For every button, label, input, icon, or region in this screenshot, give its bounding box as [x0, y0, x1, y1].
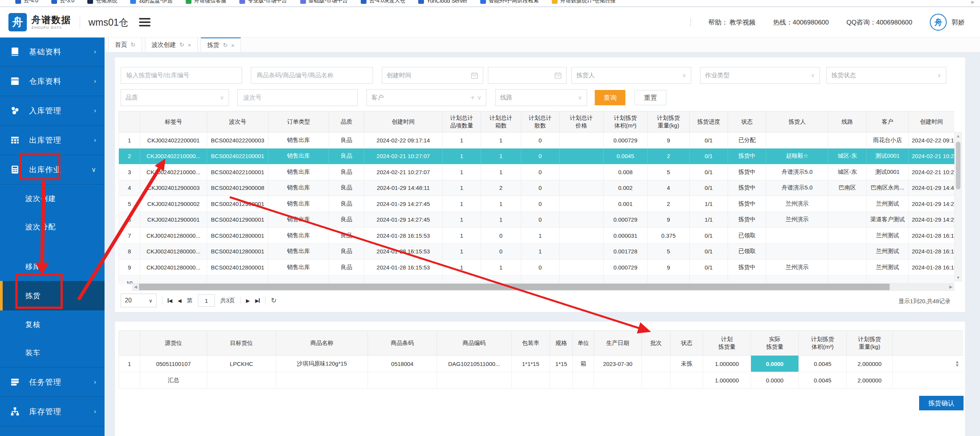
tab-refresh-icon[interactable]: ↻ — [223, 42, 228, 49]
bookmark-item[interactable]: 基础版-市场中台 — [300, 0, 348, 4]
tutorial-video-link[interactable]: 教学视频 — [730, 18, 756, 27]
table-row[interactable]: 105051100107LPCKHC沙琪玛原味120g*150518004DAG… — [119, 356, 964, 372]
vertical-scrollbar-thumb[interactable] — [956, 142, 960, 189]
table-row[interactable]: 6CKJ0024012900001BCS0024012900001销售出库良品2… — [119, 212, 955, 228]
vertical-scrollbar[interactable]: ▲ ▼ — [954, 132, 962, 281]
pick-confirm-button[interactable]: 拣货确认 — [919, 396, 964, 410]
first-page-button[interactable]: ◀ — [168, 298, 172, 304]
sidebar-subitem-装车[interactable]: 装车 — [0, 339, 105, 367]
last-page-button[interactable]: ▶ — [255, 298, 260, 304]
page-prefix-label: 第 — [187, 297, 193, 304]
table-cell: CKJ002402210000... — [140, 164, 207, 180]
bookmark-item[interactable]: 专业版-市场中台 — [239, 0, 287, 4]
search-button[interactable]: 查询 — [595, 90, 625, 105]
table-row[interactable]: 3CKJ002402210000...BCS0024022100001销售出库良… — [119, 164, 955, 180]
bookmarks-overflow-icon[interactable]: » — [971, 0, 974, 5]
scroll-down-icon[interactable]: ▼ — [955, 275, 962, 280]
tab-refresh-icon[interactable]: ↻ — [180, 41, 185, 48]
tab-close-icon[interactable]: × — [231, 42, 235, 49]
route-select[interactable]: 线路∨ — [495, 89, 587, 106]
table-row[interactable]: 9CKJ002401280000...BCS0024012800001销售出库良… — [119, 260, 955, 276]
tab-close-icon[interactable]: × — [188, 42, 191, 48]
create-time-end-field[interactable] — [488, 67, 567, 84]
chevron-down-icon: ∨ — [149, 298, 152, 304]
table-cell: 1 — [481, 260, 521, 276]
horizontal-scrollbar[interactable]: ◀ ▶ — [132, 283, 954, 291]
chevron-down-icon: ∨ — [578, 94, 582, 101]
table-cell: 箱 — [573, 356, 594, 372]
sidebar-subitem-波次分配[interactable]: 波次分配 — [0, 213, 105, 241]
table-cell: 1 — [481, 196, 521, 212]
avatar[interactable]: 舟 — [930, 14, 947, 31]
table-cell: 0/1 — [690, 260, 728, 276]
table-cell: 1 — [443, 180, 481, 196]
bookmark-item[interactable]: 舟谱微信客服 — [186, 0, 226, 4]
pick-no-input[interactable] — [126, 72, 237, 79]
bookmark-item[interactable]: 云-4.0 — [15, 0, 38, 4]
bookmark-item[interactable]: YunCloud Server — [418, 0, 467, 4]
user-group[interactable]: 舟 郭娇 — [930, 14, 965, 31]
next-page-button[interactable]: ▶ — [246, 298, 250, 304]
bookmark-item[interactable]: 仓储系统 — [87, 0, 117, 4]
wave-no-field[interactable] — [237, 89, 358, 106]
column-header: 包装率 — [512, 331, 550, 356]
actual-qty-cell[interactable]: 0.0000 — [751, 356, 799, 372]
tab-波次创建[interactable]: 波次创建↻× — [145, 37, 198, 52]
calendar-icon[interactable] — [554, 72, 562, 79]
prev-page-button[interactable]: ◀ — [178, 298, 182, 304]
sidebar-subitem-拣货[interactable]: 拣货 — [0, 281, 105, 310]
product-search-field[interactable] — [251, 67, 373, 84]
quality-select[interactable]: 品质∨ — [121, 89, 229, 106]
bookmark-item[interactable]: 智能外呼-两阶段检索 — [480, 0, 539, 4]
table-row[interactable]: 2CKJ002402210000...BCS0024022100001销售出库良… — [119, 148, 955, 164]
tab-refresh-icon[interactable]: ↻ — [131, 41, 136, 48]
table-row[interactable]: 7CKJ002401280000...BCS0024012800001销售出库良… — [119, 228, 955, 244]
tab-首页[interactable]: 首页↻ — [108, 37, 142, 52]
sidebar-item-基础资料[interactable]: 基础资料› — [0, 37, 105, 67]
sidebar-subitem-复核[interactable]: 复核 — [0, 310, 105, 339]
create-time-start-field[interactable]: 创建时间 — [382, 67, 483, 84]
reset-button[interactable]: 重置 — [635, 90, 666, 105]
table-cell: 0.375 — [648, 228, 690, 244]
sidebar-item-出库管理[interactable]: 出库管理› — [0, 126, 105, 155]
stepper-down-icon[interactable]: ▼ — [955, 364, 959, 367]
table-cell: 已分配 — [728, 132, 766, 149]
product-search-input[interactable] — [256, 72, 368, 79]
table-row[interactable]: 8CKJ002401280000...BCS0024012800001销售出库良… — [119, 243, 955, 260]
bookmark-item[interactable]: 云-4.0灰度大仓 — [361, 0, 405, 4]
table-row[interactable]: 5CKJ0024012900002BCS0024012900001销售出库良品2… — [119, 196, 955, 212]
table-row[interactable]: 1CKJ0024022200001BCS0024022200003销售出库良品2… — [119, 132, 955, 149]
pick-status-select[interactable]: 拣货状态∨ — [826, 67, 946, 84]
job-type-select[interactable]: 作业类型∨ — [700, 67, 820, 84]
pick-no-field[interactable] — [121, 67, 242, 84]
calendar-icon[interactable] — [471, 72, 478, 79]
page-size-select[interactable]: 20 ∨ — [121, 294, 157, 307]
customer-select[interactable]: 客户 + ∨ — [366, 89, 486, 106]
sidebar-subitem-移库[interactable]: 移库 — [0, 253, 105, 281]
horizontal-scrollbar-thumb[interactable] — [139, 284, 890, 290]
sidebar-item-入库管理[interactable]: 入库管理› — [0, 96, 105, 126]
bookmark-item[interactable]: 舟谱数据统计-仓储日报 — [552, 0, 616, 4]
quantity-stepper[interactable]: ▲▼ — [955, 360, 959, 367]
page-number-input[interactable] — [198, 294, 215, 307]
sidebar-subitem-波次创建[interactable]: 波次创建 — [0, 185, 105, 213]
sidebar-item-出库作业[interactable]: 出库作业∨ — [0, 155, 105, 185]
scroll-left-icon[interactable]: ◀ — [132, 284, 139, 289]
scroll-right-icon[interactable]: ▶ — [947, 284, 954, 289]
scroll-up-icon[interactable]: ▲ — [955, 134, 962, 138]
sidebar-item-仓库资料[interactable]: 仓库资料› — [0, 67, 105, 96]
table-row[interactable]: 汇总1.0000000.00000.00452.000000 — [119, 372, 964, 389]
bookmark-item[interactable]: 云-3.0 — [51, 0, 74, 4]
picker-select[interactable]: 拣货人∨ — [571, 67, 691, 84]
chevron-right-icon: › — [94, 136, 96, 144]
chevron-right-icon: › — [94, 408, 96, 415]
plus-icon[interactable]: + — [470, 93, 475, 102]
sidebar-item-库存管理[interactable]: 库存管理› — [0, 397, 105, 426]
bookmark-item[interactable]: 我的监盘-伊遥 — [130, 0, 173, 4]
table-row[interactable]: 4CKJ0024012900003BCS0024012900008销售出库良品2… — [119, 180, 955, 196]
tab-拣货[interactable]: 拣货↻× — [201, 37, 241, 52]
wave-no-input[interactable] — [242, 94, 353, 101]
sidebar-item-任务管理[interactable]: 任务管理› — [0, 367, 105, 397]
refresh-button[interactable]: ↻ — [271, 296, 276, 305]
menu-toggle-icon[interactable] — [139, 18, 151, 26]
